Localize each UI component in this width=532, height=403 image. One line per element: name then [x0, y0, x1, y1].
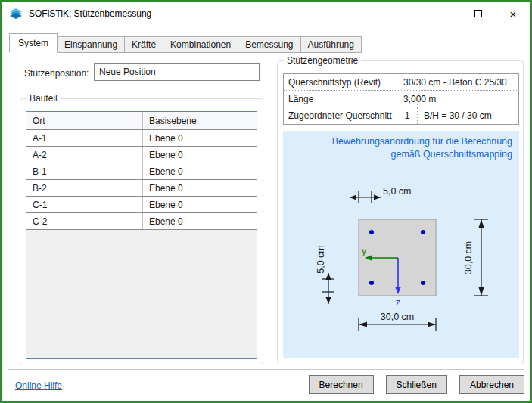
tab-kombinationen[interactable]: Kombinationen: [163, 36, 238, 53]
footer-separator: [8, 369, 524, 370]
cell-basisebene: Ebene 0: [143, 147, 257, 163]
column-header-basisebene[interactable]: Basisebene: [143, 112, 257, 129]
rebar-dot: [369, 281, 374, 285]
bauteil-table: Ort Basisebene A-1 Ebene 0 A-2 Ebene 0 B…: [26, 111, 257, 359]
sofistik-logo-icon: [9, 8, 23, 19]
y-axis-label: y: [362, 246, 366, 256]
rebar-dot: [421, 281, 425, 285]
cell-basisebene: Ebene 0: [143, 197, 257, 212]
table-row[interactable]: A-1 Ebene 0: [26, 130, 257, 147]
table-row[interactable]: A-2 Ebene 0: [26, 147, 257, 163]
bottom-dimension-label: 30,0 cm: [381, 312, 414, 322]
property-value[interactable]: 30/30 cm - Beton C 25/30: [397, 74, 518, 90]
table-empty-area: [26, 230, 257, 358]
property-row-querschnittstyp: Querschnittstyp (Revit) 30/30 cm - Beton…: [284, 74, 518, 91]
top-dimension-label: 5,0 cm: [383, 186, 412, 197]
property-value[interactable]: B/H = 30 / 30 cm: [418, 107, 518, 124]
cell-ort: C-2: [26, 213, 143, 229]
position-input[interactable]: [94, 63, 260, 81]
right-dimension-label: 30,0 cm: [463, 241, 474, 274]
abbrechen-button[interactable]: Abbrechen: [459, 375, 524, 394]
close-icon: ×: [510, 8, 517, 20]
schliessen-button[interactable]: Schließen: [386, 375, 447, 394]
cell-ort: A-2: [26, 147, 143, 163]
maximize-icon: [474, 10, 482, 17]
tab-system[interactable]: System: [9, 33, 58, 53]
dialog-window: SOFiSTiK: Stützenbemessung × System Eins…: [0, 0, 532, 403]
property-label: Länge: [284, 91, 397, 107]
cell-basisebene: Ebene 0: [143, 213, 257, 229]
window-title: SOFiSTiK: Stützenbemessung: [29, 8, 151, 19]
close-button[interactable]: ×: [496, 2, 530, 26]
cell-ort: B-1: [26, 163, 143, 179]
property-row-laenge: Länge 3,000 m: [284, 91, 518, 107]
table-row[interactable]: B-1 Ebene 0: [26, 163, 257, 180]
bauteil-table-header: Ort Basisebene: [26, 112, 257, 130]
minimize-icon: [440, 14, 448, 14]
berechnen-button[interactable]: Berechnen: [309, 375, 374, 394]
tab-ausfuehrung[interactable]: Ausführung: [300, 36, 362, 53]
window-controls: ×: [426, 2, 530, 26]
cross-section-diagram: Bewehrungsanordnung für die Berechnung g…: [283, 131, 519, 358]
tab-bemessung[interactable]: Bemessung: [238, 36, 300, 53]
diagram-note-line1: Bewehrungsanordnung für die Berechnung: [332, 136, 512, 147]
geometrie-property-table: Querschnittstyp (Revit) 30/30 cm - Beton…: [283, 73, 519, 125]
tab-strip: System Einspannung Kräfte Kombinationen …: [9, 33, 361, 53]
position-label: Stützenposition:: [24, 68, 89, 79]
rebar-dot: [421, 230, 425, 234]
tab-einspannung[interactable]: Einspannung: [57, 36, 125, 53]
titlebar: SOFiSTiK: Stützenbemessung ×: [2, 2, 530, 26]
property-number[interactable]: 1: [397, 107, 418, 124]
column-header-ort[interactable]: Ort: [26, 112, 143, 129]
property-row-querschnitt: Zugeordneter Querschnitt 1 B/H = 30 / 30…: [284, 107, 518, 124]
cell-ort: B-2: [26, 180, 143, 196]
geometrie-groupbox: Stützengeometrie Querschnittstyp (Revit)…: [277, 60, 524, 364]
table-row[interactable]: B-2 Ebene 0: [26, 180, 257, 197]
cell-ort: A-1: [26, 130, 143, 146]
property-label: Zugeordneter Querschnitt: [284, 107, 397, 124]
cell-basisebene: Ebene 0: [143, 180, 257, 196]
geometrie-group-title: Stützengeometrie: [284, 55, 361, 66]
tab-kraefte[interactable]: Kräfte: [124, 36, 163, 53]
online-help-link[interactable]: Online Hilfe: [15, 380, 62, 391]
cell-basisebene: Ebene 0: [143, 163, 257, 179]
rebar-dot: [369, 230, 374, 234]
table-row[interactable]: C-2 Ebene 0: [26, 213, 257, 230]
bauteil-group-title: Bauteil: [26, 93, 61, 104]
diagram-note-line2: gemäß Querschnittsmapping: [391, 149, 513, 160]
maximize-button[interactable]: [461, 2, 496, 26]
property-label: Querschnittstyp (Revit): [284, 74, 397, 90]
cell-basisebene: Ebene 0: [143, 130, 257, 146]
z-axis-label: z: [396, 297, 400, 308]
table-row[interactable]: C-1 Ebene 0: [26, 197, 257, 213]
footer-buttons: Berechnen Schließen Abbrechen: [309, 375, 524, 394]
bauteil-groupbox: Bauteil Ort Basisebene A-1 Ebene 0 A-2 E…: [20, 98, 263, 364]
left-dimension-label: 5,0 cm: [316, 245, 326, 274]
property-value[interactable]: 3,000 m: [397, 91, 518, 107]
minimize-button[interactable]: [426, 2, 461, 26]
cell-ort: C-1: [26, 197, 143, 212]
